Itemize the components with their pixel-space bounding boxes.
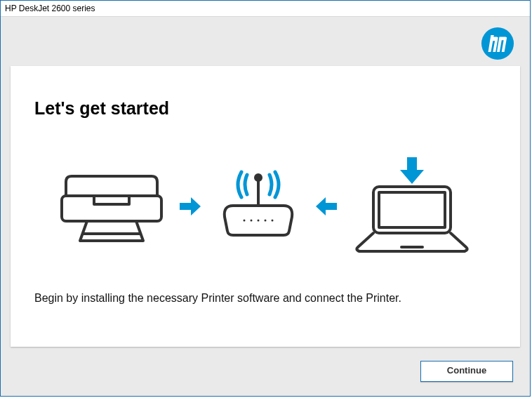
printer-icon bbox=[59, 168, 164, 248]
svg-rect-3 bbox=[94, 196, 129, 204]
svg-point-7 bbox=[251, 220, 253, 222]
installer-window: HP DeskJet 2600 series Let's get started bbox=[0, 0, 531, 397]
arrow-right-icon bbox=[180, 197, 201, 218]
button-row: Continue bbox=[420, 361, 513, 382]
laptop-icon bbox=[352, 157, 472, 258]
setup-illustration bbox=[34, 157, 496, 258]
instruction-text: Begin by installing the necessary Printe… bbox=[34, 291, 427, 306]
wifi-router-icon bbox=[216, 168, 300, 248]
hp-logo-icon bbox=[481, 27, 514, 63]
svg-point-10 bbox=[272, 220, 274, 222]
arrow-left-icon bbox=[316, 197, 337, 218]
svg-point-8 bbox=[258, 220, 260, 222]
svg-point-6 bbox=[244, 220, 246, 222]
svg-rect-1 bbox=[62, 196, 161, 221]
client-area: Let's get started bbox=[1, 17, 530, 396]
window-title: HP DeskJet 2600 series bbox=[5, 4, 95, 13]
svg-rect-12 bbox=[379, 192, 445, 227]
content-card: Let's get started bbox=[11, 66, 520, 347]
continue-button[interactable]: Continue bbox=[420, 361, 513, 382]
page-heading: Let's get started bbox=[34, 98, 496, 119]
svg-point-5 bbox=[255, 175, 261, 180]
window-titlebar: HP DeskJet 2600 series bbox=[1, 1, 530, 17]
svg-point-0 bbox=[481, 27, 514, 60]
svg-point-9 bbox=[265, 220, 267, 222]
